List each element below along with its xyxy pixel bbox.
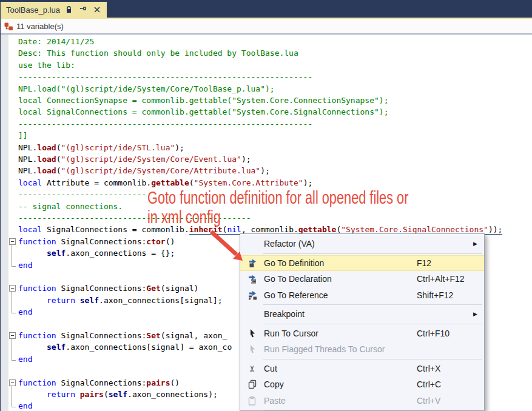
menu-item-copy[interactable]: CopyCtrl+C [240,376,484,393]
ide-window: ToolBase_p.lua 11 variable(s) Date: 2014 [0,0,532,411]
menu-separator [263,253,482,254]
menu-separator [263,359,482,359]
code-line: Desc: This function should only be inclu… [18,47,298,59]
run-cursor-icon [240,329,260,338]
code-line: end [18,353,32,366]
tab-toolbase-p-lua[interactable]: ToolBase_p.lua [1,2,107,18]
fold-guide-line [12,245,16,267]
fold-toggle-icon[interactable] [9,332,16,339]
code-line: ----------------------------------------… [18,71,312,83]
pin-icon[interactable] [78,5,88,15]
menu-item-label: Refactor (VA) [260,239,315,249]
menu-item-label: Paste [260,396,286,406]
code-line: local SignalConnections = commonlib.gett… [18,106,388,118]
code-line: return pairs(self.axon_connections); [18,389,218,401]
menu-item-go-to-reference[interactable]: Go To ReferenceShift+F12 [240,287,484,304]
menu-item-label: Go To Declaration [260,274,332,284]
code-line: local ConnectionSynapse = commonlib.gett… [18,95,388,107]
menu-item-label: Breakpoint [260,309,305,319]
menu-item-shortcut: Ctrl+C [417,379,441,389]
submenu-arrow-icon: ▶ [473,241,477,247]
code-line: end [18,306,32,318]
menu-item-shortcut: Ctrl+V [417,396,440,406]
annotation-text-1: Goto function definition for all opened … [147,188,496,208]
menu-item-refactor-va[interactable]: Refactor (VA)▶ [240,236,484,252]
code-line: ----------------------------------------… [18,118,312,130]
menu-item-shortcut: Ctrl+F10 [417,329,450,338]
variables-count-label: 11 variable(s) [16,22,64,31]
tab-title: ToolBase_p.lua [6,5,60,15]
menu-item-label: Run Flagged Threads To Cursor [260,344,385,354]
menu-item-shortcut: Ctrl+Alt+F12 [417,274,465,284]
code-line: -- signal connections. [18,201,123,213]
copy-icon [240,379,260,389]
lock-icon [64,5,74,15]
menu-item-breakpoint[interactable]: Breakpoint▶ [240,306,484,322]
menu-separator [263,304,482,305]
menu-separator [263,410,482,410]
fold-toggle-icon[interactable] [9,238,16,245]
menu-item-run-to-cursor[interactable]: Run To CursorCtrl+F10 [240,326,484,342]
code-line: NPL.load("(gl)script/ide/System/Core/Eve… [18,153,251,165]
code-line: local Attribute = commonlib.gettable("Sy… [18,177,312,189]
code-line: self.axon_connections[signal] = axon_co [18,341,232,353]
code-line: function SignalConnections:Get(signal) [18,282,198,295]
menu-item-go-to-declaration[interactable]: Go To DeclarationCtrl+Alt+F12 [240,271,484,287]
code-line: ]] [18,130,28,142]
menu-item-cut[interactable]: ✂CutCtrl+X [240,361,484,377]
menu-separator [263,324,482,324]
menu-item-label: Cut [260,364,277,373]
menu-item-run-flagged-threads-to-cursor: Run Flagged Threads To Cursor [240,341,484,358]
fold-guide-line [12,292,16,313]
menu-item-label: Go To Reference [260,290,328,300]
cut-icon: ✂ [240,363,260,374]
code-line: use the lib: [18,59,75,72]
menu-item-label: Run To Cursor [260,329,318,338]
code-line: NPL.load("(gl)script/ide/System/Core/Att… [18,165,270,177]
code-line: end [18,400,32,411]
code-line: self.axon_connections = {}; [18,247,175,259]
submenu-arrow-icon: ▶ [473,311,477,317]
window-border [0,0,1,411]
context-menu: Refactor (VA)▶Go To DefinitionF12Go To D… [240,233,485,411]
menu-item-paste: PasteCtrl+V [240,393,484,409]
menu-item-shortcut: F12 [417,258,431,268]
fold-guide-line [12,339,16,361]
fold-toggle-icon[interactable] [9,379,16,386]
run-cursor-icon [240,344,260,354]
code-line: function SignalConnections:pairs() [18,377,180,389]
code-line: --------------------------- [18,189,146,201]
menu-item-shortcut: Ctrl+X [417,364,440,373]
fold-toggle-icon[interactable] [9,285,16,292]
code-line: end [18,259,32,272]
menu-item-label: Go To Definition [260,258,324,268]
code-line: NPL.load("(gl)script/ide/System/Core/Too… [18,83,275,95]
go-declaration-icon [240,274,260,284]
close-icon[interactable] [92,5,102,15]
code-line: function SignalConnections:Set(signal, a… [18,330,227,342]
code-line: NPL.load("(gl)script/ide/STL.lua"); [18,142,184,154]
code-line: Date: 2014/11/25 [18,36,94,48]
menu-item-label: Copy [260,379,284,389]
variables-bar[interactable]: 11 variable(s) [1,19,532,35]
annotation-arrow-icon [200,224,255,267]
editor-margin [1,35,8,411]
menu-item-go-to-definition[interactable]: Go To DefinitionF12 [240,255,484,272]
code-line: function SignalConnections:ctor() [18,236,175,248]
tab-bar: ToolBase_p.lua [0,0,532,18]
paste-icon [240,396,260,406]
code-line: return self.axon_connections[signal]; [18,295,223,307]
fold-guide-line [12,386,16,408]
menu-item-shortcut: Shift+F12 [417,290,453,300]
go-reference-icon [240,290,260,300]
va-outline-icon [4,21,14,32]
